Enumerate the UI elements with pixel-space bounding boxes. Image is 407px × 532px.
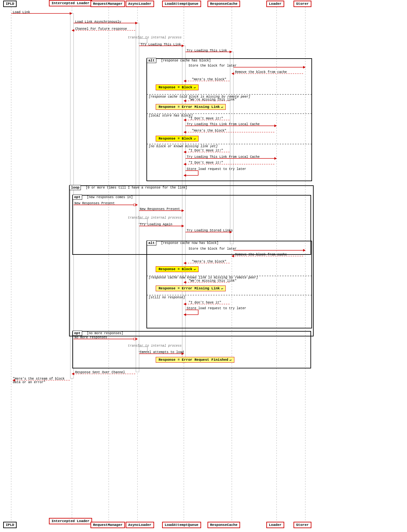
msg-no-more-responses: No more responses — [74, 336, 107, 339]
msg-try-local-1: Try Loading This Link From Local Cache — [187, 123, 260, 126]
svg-marker-46 — [274, 125, 277, 127]
response-error-missing-2: Response = Error Missing Link — [156, 286, 226, 291]
svg-marker-54 — [184, 163, 186, 165]
transfer-label-3: transfer to internal process — [128, 344, 182, 348]
lifeline-request-manager-top: RequestManager — [90, 1, 125, 7]
svg-rect-11 — [230, 52, 233, 244]
msg-heres-block-3: "Here's the block" — [192, 260, 226, 263]
msg-store-block-1: Store the block for later — [189, 64, 237, 68]
msg-new-responses-1: New Responses Present — [74, 202, 115, 205]
svg-marker-76 — [184, 262, 186, 264]
frame-alt1-guard: [response cache has block] — [161, 59, 211, 62]
svg-rect-12 — [147, 59, 312, 181]
guard-local-store: [local store has block] — [149, 114, 193, 117]
svg-marker-48 — [184, 131, 186, 133]
svg-marker-60 — [135, 204, 138, 206]
transfer-label-1: transfer to internal process — [128, 36, 182, 39]
frame-opt2-guard: [no more responses] — [87, 332, 123, 335]
svg-rect-10 — [182, 46, 185, 363]
svg-marker-32 — [182, 44, 184, 47]
svg-rect-13 — [69, 186, 313, 336]
svg-marker-68 — [182, 225, 184, 227]
frame-opt1-guard: [new responses comes in] — [87, 196, 133, 199]
frame-alt1-label-container: alt [response cache has block] — [147, 59, 211, 62]
svg-marker-42 — [184, 100, 186, 102]
msg-heres-block-2: "Here's the block" — [192, 129, 226, 133]
frame-loop-guard: [0 or more times till I have a response … — [86, 186, 187, 189]
svg-marker-80 — [184, 303, 186, 305]
lifeline-IPLD-top: IPLD — [3, 1, 17, 7]
frame-alt1-type: alt — [147, 58, 156, 63]
svg-marker-63 — [182, 209, 184, 212]
svg-marker-72 — [303, 249, 306, 252]
msg-store-block-2: Store the block for later — [189, 247, 237, 251]
svg-marker-40 — [184, 80, 186, 82]
svg-marker-78 — [184, 281, 186, 284]
msg-cancel-attempts: Cancel attempts to load — [140, 351, 184, 354]
msg-try-loading-again: Try Loading Again — [140, 223, 172, 226]
svg-marker-25 — [135, 22, 138, 24]
response-block-1: Response = Block — [156, 85, 199, 90]
svg-rect-15 — [147, 241, 312, 328]
frame-opt1-type: opt — [73, 195, 82, 200]
msg-heres-block-1: "Here's the block" — [192, 78, 226, 81]
msg-heres-stream: "Here's the stream of blockdata or an er… — [13, 377, 65, 384]
lifeline-intercepted-loader-bottom: Intercepted Loader — [49, 518, 92, 524]
frame-opt2-label-container: opt [no more responses] — [73, 331, 123, 335]
msg-dont-have-4: "I don't have it" — [189, 301, 221, 304]
svg-marker-36 — [303, 66, 306, 69]
svg-marker-38 — [231, 72, 234, 75]
frame-opt1-label-container: opt [new responses comes in] — [73, 195, 133, 199]
svg-rect-87 — [134, 338, 136, 340]
msg-response-sent-channel: Response Sent Over Channel — [75, 371, 125, 374]
svg-marker-52 — [274, 157, 277, 160]
lifeline-intercepted-loader-top: Intercepted Loader — [49, 0, 92, 6]
msg-load-link-async: Load Link Asynchronously — [75, 20, 121, 24]
frame-loop-label-container: loop [0 or more times till I have a resp… — [69, 186, 187, 189]
msg-dont-have-2: "I Don't Have it!" — [189, 149, 223, 152]
svg-marker-74 — [231, 255, 234, 257]
response-block-3: Response = Block — [156, 266, 199, 272]
svg-marker-94 — [72, 373, 74, 375]
svg-rect-61 — [134, 204, 136, 206]
sequence-diagram: IPLD Intercepted Loader RequestManager A… — [0, 0, 407, 532]
guard-no-block: [no block or known missing link yet] — [149, 145, 218, 148]
svg-marker-23 — [70, 12, 72, 15]
msg-dont-have-3: "I Don't Have it!" — [189, 161, 223, 165]
msg-try-loading-1: Try Loading This Link — [141, 43, 181, 46]
msg-missing-link-1: "We're missing this link" — [189, 98, 237, 101]
msg-new-responses-2: New Responses Present — [140, 207, 180, 211]
msg-store-load-req-1: Store load request to try later — [187, 167, 246, 171]
msg-try-loading-2: Try Loading This Link — [187, 49, 227, 52]
lifeline-request-manager-bottom: RequestManager — [90, 522, 125, 528]
svg-marker-34 — [230, 51, 232, 53]
svg-marker-44 — [184, 119, 186, 121]
svg-marker-84 — [184, 313, 186, 316]
lifeline-storer-top: Storer — [294, 1, 311, 7]
lifeline-IPLD-bottom: IPLD — [3, 522, 17, 528]
lifeline-loader-top: Loader — [266, 1, 284, 7]
msg-channel-future: Channel For future response — [75, 27, 127, 31]
frame-alt2-type: alt — [147, 240, 156, 246]
svg-marker-27 — [72, 29, 74, 32]
msg-remove-cache-1: Remove the block from cache — [235, 70, 287, 74]
msg-missing-link-2: "We're missing this link" — [189, 279, 237, 283]
guard-still-no-response: [still no response] — [149, 296, 185, 299]
lifeline-storer-bottom: Storer — [294, 522, 311, 528]
frame-alt2-label-container: alt [response cache now has block] — [147, 241, 218, 245]
svg-marker-50 — [184, 151, 186, 153]
msg-try-stored-links: Try Loading Stored Links — [187, 229, 233, 232]
lifeline-response-cache-bottom: ResponseCache — [207, 522, 240, 528]
frame-loop-type: loop — [69, 185, 81, 190]
lifeline-response-cache-top: ResponseCache — [207, 1, 240, 7]
msg-store-load-req-2: Store load request to try later — [187, 307, 246, 310]
msg-load-link: Load Link — [13, 11, 30, 14]
msg-try-local-2: Try Loading This Link From Local Cache — [187, 155, 260, 159]
response-error-finished: Response = Error Request Finished — [156, 357, 234, 363]
transfer-label-2: transfer to internal process — [128, 216, 182, 220]
lifeline-loader-bottom: Loader — [266, 522, 284, 528]
lifeline-load-attempt-queue-bottom: LoadAttemptQueue — [162, 522, 201, 528]
frame-alt2-guard: [response cache now has block] — [161, 241, 218, 245]
svg-marker-86 — [135, 338, 138, 340]
response-block-2: Response = Block — [156, 136, 199, 141]
